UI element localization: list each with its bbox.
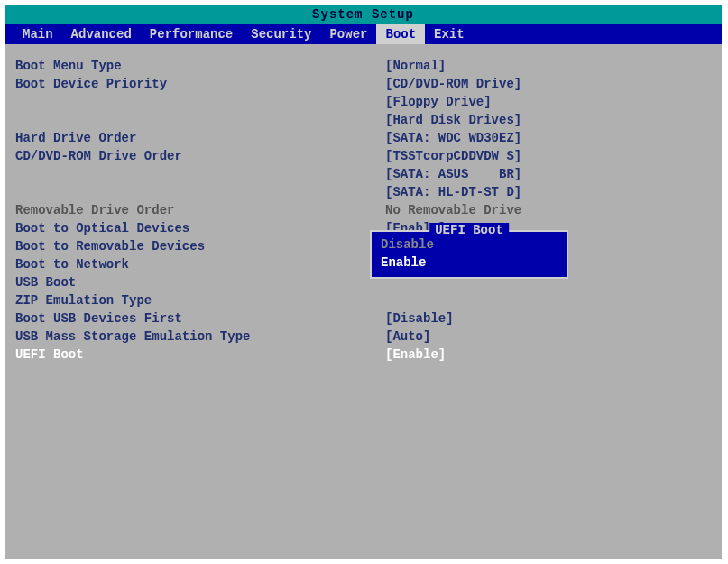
setting-row-boot-to-network[interactable]: Boot to Network	[15, 255, 711, 273]
settings-list: Boot Menu Type[Normal]Boot Device Priori…	[15, 57, 711, 364]
menu-tab-boot[interactable]: Boot	[376, 24, 425, 44]
uefi-boot-popup[interactable]: UEFI Boot DisableEnable	[370, 230, 568, 279]
setting-value: [Normal]	[385, 57, 446, 75]
setting-label: USB Boot	[15, 273, 385, 291]
setting-row-boot-menu-type[interactable]: Boot Menu Type[Normal]	[15, 57, 711, 75]
setting-value: [TSSTcorpCDDVDW S]	[385, 147, 521, 165]
setting-row-value: [Hard Disk Drives]	[15, 111, 711, 129]
setting-label: Boot Menu Type	[15, 57, 385, 75]
setting-label: ZIP Emulation Type	[15, 291, 385, 310]
setting-row-cd-dvd-rom-drive-order[interactable]: CD/DVD-ROM Drive Order[TSSTcorpCDDVDW S]	[15, 147, 711, 165]
setting-value: [SATA: WDC WD30EZ]	[385, 129, 521, 147]
setting-value: [Auto]	[385, 328, 430, 346]
setting-row-boot-usb-devices-first[interactable]: Boot USB Devices First[Disable]	[15, 310, 711, 328]
setting-label	[15, 93, 385, 111]
setting-value: [SATA: HL-DT-ST D]	[385, 183, 521, 201]
setting-row-boot-to-optical-devices[interactable]: Boot to Optical Devices[Enable]	[15, 219, 711, 237]
menu-bar: MainAdvancedPerformanceSecurityPowerBoot…	[5, 24, 722, 44]
setting-label: Boot USB Devices First	[15, 310, 385, 328]
setting-label: UEFI Boot	[15, 346, 385, 364]
setting-value: [CD/DVD-ROM Drive]	[385, 75, 521, 93]
setting-row-value: [SATA: ASUS BR]	[15, 165, 711, 183]
setting-value: [Floppy Drive]	[385, 93, 492, 111]
setting-row-value: [SATA: HL-DT-ST D]	[15, 183, 711, 201]
setting-label: Boot Device Priority	[15, 75, 385, 93]
setting-label: USB Mass Storage Emulation Type	[15, 328, 385, 346]
setting-row-uefi-boot[interactable]: UEFI Boot[Enable]	[15, 346, 711, 364]
menu-tab-main[interactable]: Main	[14, 24, 62, 44]
setting-label	[15, 111, 385, 129]
setting-label: CD/DVD-ROM Drive Order	[15, 147, 385, 165]
setting-row-value: [Floppy Drive]	[15, 93, 711, 111]
setting-value: [Enable]	[385, 346, 446, 364]
menu-tab-advanced[interactable]: Advanced	[62, 24, 141, 44]
setting-label: Boot to Network	[15, 255, 385, 273]
setting-value: No Removable Drive	[385, 201, 521, 219]
popup-options: DisableEnable	[372, 236, 567, 272]
menu-tab-exit[interactable]: Exit	[425, 24, 474, 44]
bios-frame: System Setup MainAdvancedPerformanceSecu…	[5, 5, 722, 559]
title-bar: System Setup	[5, 5, 722, 24]
setting-value: [SATA: ASUS BR]	[385, 165, 521, 183]
popup-option-enable[interactable]: Enable	[372, 254, 567, 272]
setting-row-boot-device-priority[interactable]: Boot Device Priority[CD/DVD-ROM Drive]	[15, 75, 711, 93]
setting-value: [Hard Disk Drives]	[385, 111, 521, 129]
setting-label: Boot to Optical Devices	[15, 219, 385, 237]
menu-tab-security[interactable]: Security	[242, 24, 320, 44]
menu-tab-performance[interactable]: Performance	[141, 24, 242, 44]
setting-row-boot-to-removable-devices[interactable]: Boot to Removable Devices	[15, 237, 711, 255]
title-text: System Setup	[312, 7, 414, 22]
setting-label: Hard Drive Order	[15, 129, 385, 147]
menu-tab-power[interactable]: Power	[320, 24, 376, 44]
setting-label: Boot to Removable Devices	[15, 237, 385, 255]
setting-label	[15, 165, 385, 183]
content-area: Boot Menu Type[Normal]Boot Device Priori…	[5, 44, 722, 376]
setting-label	[15, 183, 385, 201]
popup-option-disable[interactable]: Disable	[372, 236, 567, 254]
setting-row-usb-boot[interactable]: USB Boot	[15, 273, 711, 291]
setting-row-removable-drive-order[interactable]: Removable Drive OrderNo Removable Drive	[15, 201, 711, 219]
setting-label: Removable Drive Order	[15, 201, 385, 219]
setting-row-usb-mass-storage-emulation-type[interactable]: USB Mass Storage Emulation Type[Auto]	[15, 328, 711, 346]
popup-title: UEFI Boot	[429, 223, 509, 237]
setting-row-zip-emulation-type[interactable]: ZIP Emulation Type	[15, 291, 711, 310]
setting-value: [Disable]	[385, 310, 454, 328]
setting-row-hard-drive-order[interactable]: Hard Drive Order[SATA: WDC WD30EZ]	[15, 129, 711, 147]
